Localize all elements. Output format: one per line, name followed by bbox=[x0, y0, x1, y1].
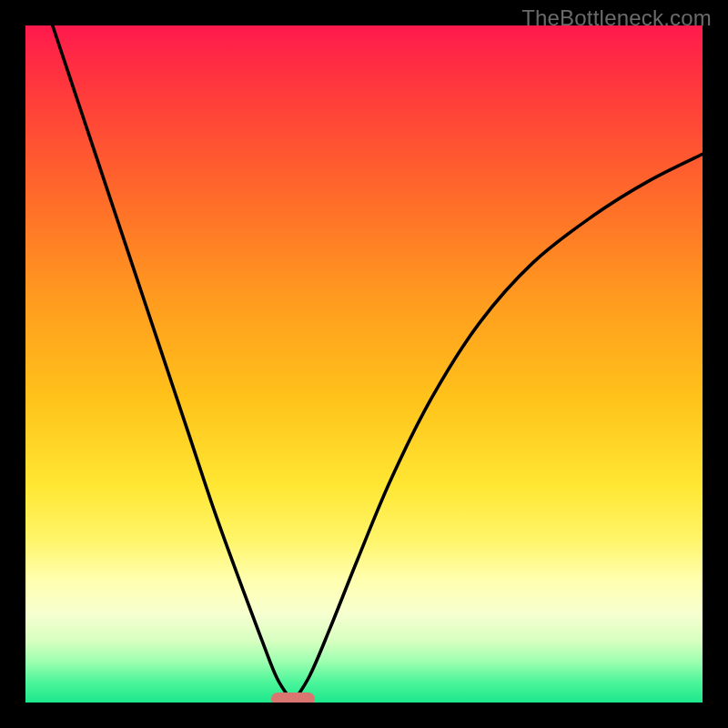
curve-left-branch bbox=[53, 25, 293, 703]
plot-area bbox=[25, 25, 703, 703]
curve-right-branch bbox=[293, 154, 703, 703]
watermark-text: TheBottleneck.com bbox=[521, 5, 712, 31]
bottleneck-curve bbox=[25, 25, 703, 703]
chart-frame: TheBottleneck.com bbox=[0, 0, 728, 728]
optimal-marker bbox=[271, 693, 315, 703]
